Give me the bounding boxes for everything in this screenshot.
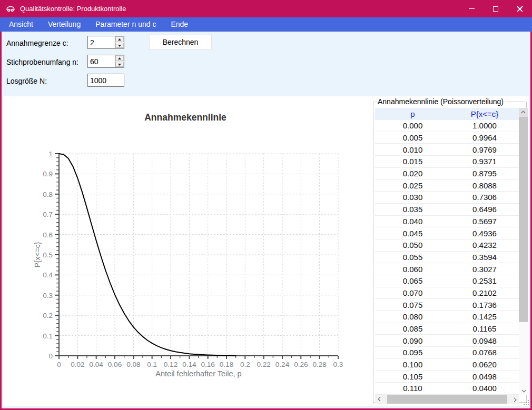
table-cell-p: 0.005 <box>375 132 450 144</box>
table-cell-p: 0.030 <box>375 192 450 203</box>
table-row[interactable]: 0.0900.0948 <box>375 335 519 347</box>
table-cell-prob: 0.9964 <box>450 132 519 144</box>
minimize-button[interactable] <box>459 0 484 17</box>
table-row[interactable]: 0.0650.2531 <box>375 275 519 287</box>
table-row[interactable]: 0.0001.0000 <box>375 120 519 132</box>
menu-item-parameter-n-und-c[interactable]: Parameter n und c <box>88 17 163 32</box>
svg-text:0.24: 0.24 <box>275 361 290 368</box>
svg-text:0.18: 0.18 <box>220 361 233 368</box>
table-row[interactable]: 0.0050.9964 <box>375 132 519 144</box>
table-cell-p: 0.110 <box>375 383 450 394</box>
table-row[interactable]: 0.0250.8088 <box>375 179 519 192</box>
groupbox-title: Annahmekennlinie (Poissonverteilung) <box>376 97 506 106</box>
svg-text:Anteil fehlerhafter Teile, p: Anteil fehlerhafter Teile, p <box>155 369 241 378</box>
table-cell-prob: 0.2531 <box>450 275 519 287</box>
svg-text:0.3: 0.3 <box>43 292 53 299</box>
annahmegrenze-spin-up[interactable] <box>115 36 124 42</box>
table-row[interactable]: 0.0100.9769 <box>375 144 519 156</box>
table-row[interactable]: 0.0200.8795 <box>375 168 519 180</box>
stichprobenumfang-spin-up[interactable] <box>115 55 124 61</box>
svg-text:0.4: 0.4 <box>43 271 53 279</box>
table-cell-prob: 0.9769 <box>450 144 519 155</box>
losgroesse-input[interactable] <box>88 74 124 86</box>
stichprobenumfang-spin-down[interactable] <box>115 62 124 67</box>
svg-text:0.04: 0.04 <box>90 361 104 368</box>
table-cell-p: 0.090 <box>375 335 450 346</box>
table-row[interactable]: 0.0500.4232 <box>375 239 519 252</box>
label-annahmegrenze: Annahmegrenze c: <box>6 39 68 47</box>
annahmegrenze-input[interactable] <box>88 36 115 48</box>
table-cell-prob: 0.0768 <box>450 347 519 358</box>
scroll-up-button[interactable] <box>519 108 528 117</box>
berechnen-button[interactable]: Berechnen <box>149 35 212 49</box>
svg-text:0: 0 <box>57 361 61 368</box>
maximize-button[interactable] <box>484 0 508 17</box>
table-row[interactable]: 0.0750.1736 <box>375 299 519 311</box>
spin-up-icon <box>118 57 121 59</box>
table-cell-p: 0.040 <box>375 216 450 227</box>
svg-text:0.1: 0.1 <box>43 332 53 340</box>
svg-text:0.12: 0.12 <box>164 361 178 368</box>
table-row[interactable]: 0.0850.1165 <box>375 323 519 335</box>
resize-grip[interactable] <box>523 399 529 405</box>
scroll-left-button[interactable] <box>375 395 384 404</box>
svg-text:0.08: 0.08 <box>126 361 140 368</box>
table-cell-p: 0.070 <box>375 287 450 299</box>
table-row[interactable]: 0.0300.7306 <box>375 192 519 204</box>
table-cell-p: 0.105 <box>375 371 450 382</box>
table-header-pxc[interactable]: P{x<=c} <box>450 108 519 120</box>
table-row[interactable]: 0.0550.3594 <box>375 252 519 264</box>
table-row[interactable]: 0.0700.2102 <box>375 287 519 299</box>
horizontal-scrollbar[interactable] <box>375 395 519 404</box>
table-cell-p: 0.020 <box>375 168 450 179</box>
chart-panel: 00.020.040.060.080.10.120.140.160.180.20… <box>3 96 370 406</box>
table-row[interactable]: 0.1100.0400 <box>375 383 519 395</box>
chevron-up-icon <box>521 111 525 115</box>
title-bar: Qualitätskontrolle: Produktkontrolle <box>0 0 532 17</box>
table-cell-prob: 0.1425 <box>450 311 519 323</box>
table-row[interactable]: 0.0950.0768 <box>375 347 519 359</box>
svg-text:0.1: 0.1 <box>147 361 157 368</box>
table-row[interactable]: 0.0150.9371 <box>375 156 519 168</box>
svg-text:P{x<=c}: P{x<=c} <box>33 242 42 267</box>
table-header-p[interactable]: p <box>375 108 450 120</box>
table-row[interactable]: 0.0450.4936 <box>375 227 519 239</box>
annahmegrenze-spin-down[interactable] <box>115 43 124 48</box>
label-losgroesse: Losgröße N: <box>6 77 47 85</box>
scroll-down-button[interactable] <box>519 386 528 395</box>
table-row[interactable]: 0.1050.0498 <box>375 371 519 383</box>
chevron-left-icon <box>378 397 382 401</box>
svg-text:0.26: 0.26 <box>294 361 308 368</box>
close-button[interactable] <box>508 0 532 17</box>
table-row[interactable]: 0.0400.5697 <box>375 216 519 228</box>
vertical-scrollbar[interactable] <box>519 108 528 395</box>
svg-text:0.3: 0.3 <box>333 361 343 368</box>
table-row[interactable]: 0.0800.1425 <box>375 311 519 323</box>
table-cell-p: 0.055 <box>375 252 450 263</box>
table-row[interactable]: 0.0600.3027 <box>375 263 519 275</box>
annahmegrenze-spinner <box>87 36 124 49</box>
menu-item-ende[interactable]: Ende <box>163 17 195 32</box>
oc-curve-chart: 00.020.040.060.080.10.120.140.160.180.20… <box>3 96 370 406</box>
table-cell-p: 0.085 <box>375 323 450 335</box>
chevron-down-icon <box>521 388 526 392</box>
svg-text:0.8: 0.8 <box>43 191 53 198</box>
table-row[interactable]: 0.1000.0620 <box>375 359 519 371</box>
horizontal-scroll-thumb[interactable] <box>387 395 507 404</box>
losgroesse-field <box>87 74 124 87</box>
stichprobenumfang-input[interactable] <box>88 55 115 67</box>
oc-table-body: 0.0001.00000.0050.99640.0100.97690.0150.… <box>375 120 519 395</box>
table-cell-p: 0.065 <box>375 275 450 287</box>
chevron-right-icon <box>512 397 516 402</box>
spin-down-icon <box>118 45 121 47</box>
scroll-right-button[interactable] <box>510 395 519 404</box>
table-row[interactable]: 0.0350.6496 <box>375 204 519 216</box>
svg-text:0.22: 0.22 <box>257 361 271 368</box>
menu-item-ansicht[interactable]: Ansicht <box>2 17 41 32</box>
menu-item-verteilung[interactable]: Verteilung <box>41 17 88 32</box>
table-cell-prob: 0.4232 <box>450 239 519 251</box>
svg-text:0.7: 0.7 <box>43 211 53 218</box>
table-cell-prob: 0.9371 <box>450 156 519 167</box>
vertical-scroll-thumb[interactable] <box>519 117 528 322</box>
svg-text:0.5: 0.5 <box>43 251 53 259</box>
